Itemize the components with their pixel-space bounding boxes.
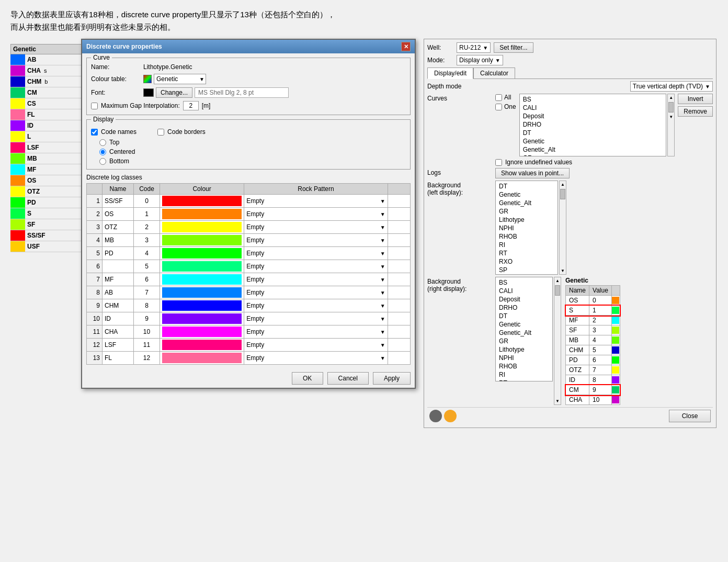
bg-left-item[interactable]: RI	[497, 241, 556, 249]
curve-list-item[interactable]: BS	[521, 95, 665, 104]
bottom-radio[interactable]	[99, 158, 106, 165]
bg-right-item[interactable]: Genetic_Alt	[497, 329, 551, 337]
pattern-dropdown[interactable]: Empty ▼	[246, 210, 385, 218]
row-pattern[interactable]: Empty ▼	[244, 260, 388, 273]
max-gap-checkbox[interactable]	[91, 103, 98, 109]
bg-left-item[interactable]: RHOB	[497, 232, 556, 241]
bg-right-item[interactable]: Lithotype	[497, 345, 551, 354]
row-colour[interactable]	[160, 339, 244, 352]
row-pattern[interactable]: Empty ▼	[244, 234, 388, 247]
row-colour[interactable]	[160, 260, 244, 273]
top-radio[interactable]	[99, 139, 106, 146]
dialog-close-button[interactable]: ✕	[401, 42, 411, 51]
centered-radio[interactable]	[99, 149, 106, 155]
bg-right-item[interactable]: Deposit	[497, 295, 551, 304]
pattern-dropdown[interactable]: Empty ▼	[246, 237, 385, 244]
close-button[interactable]: Close	[669, 410, 711, 422]
change-font-button[interactable]: Change...	[156, 87, 192, 98]
pattern-dropdown[interactable]: Empty ▼	[246, 354, 385, 362]
apply-button[interactable]: Apply	[373, 372, 411, 385]
pattern-dropdown[interactable]: Empty ▼	[246, 328, 385, 335]
depth-mode-dropdown[interactable]: True vertical depth (TVD) ▼	[630, 81, 713, 92]
bg-left-item[interactable]: Genetic_Alt	[497, 199, 556, 207]
row-pattern[interactable]: Empty ▼	[244, 286, 388, 299]
bg-right-item[interactable]: DRHO	[497, 304, 551, 312]
background-left-list[interactable]: DTGeneticGenetic_AltGRLithotypeNPHIRHOBR…	[495, 181, 558, 275]
curve-list-item[interactable]: DT	[521, 129, 665, 137]
bg-left-item[interactable]: Lithotype	[497, 216, 556, 224]
bg-left-scroll-up[interactable]: ▲	[560, 181, 566, 188]
bg-right-item[interactable]: RHOB	[497, 362, 551, 370]
pattern-dropdown[interactable]: Empty ▼	[246, 289, 385, 296]
scroll-down-arrow[interactable]: ▼	[668, 114, 674, 120]
row-pattern[interactable]: Empty ▼	[244, 247, 388, 260]
bg-left-item[interactable]: SP	[497, 266, 556, 274]
bg-right-scroll-down[interactable]: ▼	[554, 398, 561, 404]
row-colour[interactable]	[160, 195, 244, 208]
bg-right-item[interactable]: RI	[497, 370, 551, 379]
pattern-dropdown[interactable]: Empty ▼	[246, 223, 385, 231]
tab-display-edit[interactable]: Display/edit	[427, 68, 473, 79]
bg-right-item[interactable]: CALI	[497, 287, 551, 295]
bg-left-item[interactable]: GR	[497, 207, 556, 216]
mode-dropdown[interactable]: Display only ▼	[457, 55, 503, 65]
bg-right-item[interactable]: GR	[497, 337, 551, 345]
bg-right-item[interactable]: DT	[497, 312, 551, 320]
curve-list-item[interactable]: DRHO	[521, 120, 665, 129]
all-checkbox[interactable]	[495, 94, 502, 101]
pattern-dropdown[interactable]: Empty ▼	[246, 276, 385, 283]
invert-button[interactable]: Invert	[678, 94, 713, 104]
row-pattern[interactable]: Empty ▼	[244, 352, 388, 365]
row-colour[interactable]	[160, 312, 244, 325]
bg-right-item[interactable]: RT	[497, 379, 551, 381]
one-checkbox[interactable]	[495, 104, 502, 110]
pattern-dropdown[interactable]: Empty ▼	[246, 341, 385, 349]
curve-list-item[interactable]: Genetic_Alt	[521, 145, 665, 154]
curve-list-item[interactable]: Genetic	[521, 137, 665, 145]
pattern-dropdown[interactable]: Empty ▼	[246, 197, 385, 205]
pattern-dropdown[interactable]: Empty ▼	[246, 250, 385, 257]
bg-left-item[interactable]: NPHI	[497, 224, 556, 232]
pattern-dropdown[interactable]: Empty ▼	[246, 315, 385, 322]
pattern-dropdown[interactable]: Empty ▼	[246, 302, 385, 309]
row-pattern[interactable]: Empty ▼	[244, 195, 388, 208]
row-pattern[interactable]: Empty ▼	[244, 273, 388, 286]
row-pattern[interactable]: Empty ▼	[244, 299, 388, 312]
row-colour[interactable]	[160, 273, 244, 286]
curves-list[interactable]: BSCALIDepositDRHODTGeneticGenetic_AltGRL…	[519, 94, 667, 156]
colour-table-select[interactable]: Genetic ▼	[143, 74, 206, 84]
bg-left-item[interactable]: RT	[497, 249, 556, 257]
bg-right-scroll-up[interactable]: ▲	[554, 277, 561, 284]
row-pattern[interactable]: Empty ▼	[244, 312, 388, 325]
bg-left-item[interactable]: DT	[497, 182, 556, 190]
row-pattern[interactable]: Empty ▼	[244, 208, 388, 221]
tab-calculator[interactable]: Calculator	[473, 68, 515, 78]
bg-right-item[interactable]: BS	[497, 278, 551, 287]
row-colour[interactable]	[160, 234, 244, 247]
well-dropdown[interactable]: RU-212 ▼	[457, 42, 491, 53]
show-values-button[interactable]: Show values in point...	[495, 168, 570, 178]
row-colour[interactable]	[160, 208, 244, 221]
ignore-checkbox[interactable]	[495, 159, 502, 166]
curve-list-item[interactable]: Deposit	[521, 112, 665, 120]
pattern-dropdown[interactable]: Empty ▼	[246, 263, 385, 270]
row-colour[interactable]	[160, 286, 244, 299]
row-colour[interactable]	[160, 221, 244, 234]
row-pattern[interactable]: Empty ▼	[244, 221, 388, 234]
ok-button[interactable]: OK	[292, 372, 323, 385]
row-pattern[interactable]: Empty ▼	[244, 325, 388, 339]
set-filter-button[interactable]: Set filter...	[494, 42, 533, 53]
bg-right-item[interactable]: NPHI	[497, 354, 551, 362]
row-colour[interactable]	[160, 325, 244, 339]
cancel-button[interactable]: Cancel	[327, 372, 369, 385]
max-gap-input[interactable]	[183, 101, 199, 110]
bg-left-item[interactable]: Genetic	[497, 190, 556, 199]
bg-right-item[interactable]: Genetic	[497, 320, 551, 329]
background-right-list[interactable]: BSCALIDepositDRHODTGeneticGenetic_AltGRL…	[495, 277, 553, 381]
scroll-up-arrow[interactable]: ▲	[668, 94, 674, 101]
row-colour[interactable]	[160, 299, 244, 312]
code-names-checkbox[interactable]	[91, 129, 98, 136]
curve-list-item[interactable]: CALI	[521, 104, 665, 112]
code-borders-checkbox[interactable]	[157, 129, 164, 136]
bg-left-item[interactable]: RXO	[497, 257, 556, 266]
